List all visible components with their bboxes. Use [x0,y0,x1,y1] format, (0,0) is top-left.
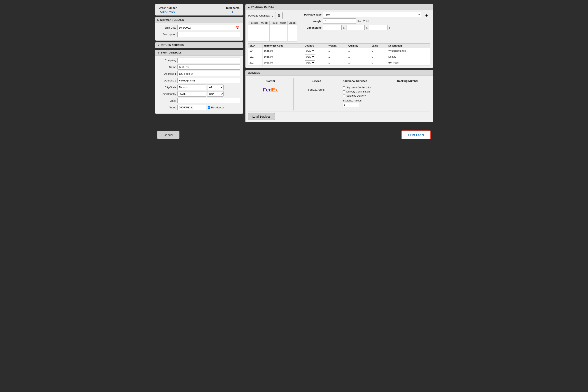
country-select[interactable]: USA CAN MEX [207,91,224,96]
dimension-height-input[interactable] [369,25,388,30]
dimension-length-input[interactable] [323,25,342,30]
saturday-delivery-checkbox[interactable] [342,94,345,97]
ship-date-label: Ship Date [158,26,176,29]
table-cell [270,29,279,42]
description-input[interactable] [178,32,240,37]
table-cell [248,29,260,42]
saturday-delivery-label[interactable]: Saturday Delivery [342,94,366,97]
saturday-delivery-text: Saturday Delivery [346,94,366,97]
table-cell [279,25,287,29]
package-dimensions-label: Dimensions [301,26,322,29]
left-panel: Order Number CER47420 Total Items 3 ▶ SH… [155,4,243,114]
zip-input[interactable] [178,91,206,96]
cancel-button[interactable]: Cancel [157,131,180,139]
package-details-header[interactable]: ▲ PACKAGE DETAILS [246,4,433,10]
return-address-chevron-icon: ▼ [158,44,160,46]
table-cell [287,29,297,42]
table-row [248,25,297,29]
sku-cell-extra [425,48,430,54]
delivery-confirmation-label[interactable]: Delivery Confirmation [342,90,370,93]
dim-x-separator2: x [366,26,368,29]
ship-date-row: Ship Date 10/3/2022 📅 [158,25,240,30]
carrier-header: Carrier [266,80,275,82]
ship-date-input[interactable]: 10/3/2022 📅 [178,25,240,30]
zip-country-inputs: USA CAN MEX [178,91,224,96]
return-address-label: RETURN ADDRESS [161,44,184,46]
signature-confirmation-checkbox[interactable] [342,86,345,89]
country-select[interactable]: USA CAN MEX [304,48,315,53]
zip-country-label: Zip/Country [158,92,176,96]
sku-col-weight: Weight [327,44,347,48]
delete-package-button[interactable]: 🗑 [275,12,282,19]
package-weight-row: Weight lbs ⚖ ☑ [301,18,421,24]
sku-cell-sku: 131 [248,54,263,60]
fedex-purple-text: Fed [263,87,272,93]
ship-to-header[interactable]: ▲ SHIP TO DETAILS [155,50,243,56]
scale-icon: ⚖ [362,20,365,23]
order-number-label: Order Number [159,6,176,10]
service-header: Service [312,80,321,82]
shipment-chevron-icon: ▶ [158,19,159,22]
sku-table-row: 134 5555.00 USA CAN MEX 1 1 0 Whatchamac… [248,48,430,54]
ship-date-value: 10/3/2022 [179,26,191,29]
phone-residential-row: Residential [178,105,224,110]
package-weight-input[interactable] [323,18,356,24]
table-cell [287,25,297,29]
sku-cell-country[interactable]: USA CAN MEX [304,48,327,54]
package-details-box: ▲ PACKAGE DETAILS Package Quantity: 0 🗑 [246,4,433,68]
insurance-row: Insurance Amount [342,99,362,107]
add-package-button[interactable]: + [423,12,430,19]
fedex-logo: FedEx. [263,87,278,93]
load-services-row: Load Services [248,111,430,120]
sku-cell-country[interactable]: USA CAN MEX [304,54,327,60]
print-label-button[interactable]: Print Label [402,130,431,139]
name-input[interactable] [178,64,240,70]
pkg-col-package: Package [248,21,260,25]
address1-input[interactable] [178,71,240,76]
sku-col-extra [425,44,430,48]
sku-cell-country[interactable]: USA CAN MEX [304,60,327,66]
sku-table-area: SKU Harmonize Code Country Weight Quanti… [248,44,430,66]
signature-confirmation-label[interactable]: Signature Confirmation [342,86,372,89]
load-services-button[interactable]: Load Services [248,113,275,120]
weight-icons: ⚖ ☑ [362,20,369,23]
country-select[interactable]: USA CAN MEX [304,60,315,65]
table-cell [270,25,279,29]
delivery-confirmation-checkbox[interactable] [342,90,345,93]
package-type-row: Package Type Box Envelope Tube [301,12,421,17]
sku-cell-value: 0 [370,48,387,54]
company-input[interactable] [178,58,240,63]
sku-cell-harmonize: 5555.00 [262,54,303,60]
insurance-input[interactable] [342,103,359,107]
sku-table-row: 222 5555.00 USA CAN MEX 1 1 0 diet Pepsi [248,60,430,66]
state-select[interactable]: AZ CA TX NY [207,84,224,90]
sku-col-sku: SKU [248,44,263,48]
fedex-service-name: FedExGround [308,88,324,91]
package-type-select[interactable]: Box Envelope Tube [323,12,421,17]
phone-input[interactable] [178,105,206,110]
sku-cell-extra [425,54,430,60]
pkg-col-weight: Weight [260,21,270,25]
email-input[interactable] [178,98,240,103]
residential-label[interactable]: Residential [208,106,224,109]
sku-cell-sku: 222 [248,60,263,66]
additional-services-list: Signature Confirmation Delivery Confirma… [342,86,372,107]
package-details-body: Package Quantity: 0 🗑 Package Weight [246,10,433,68]
package-table-area: Package Weight Height Width Length [248,21,297,42]
country-select[interactable]: USA CAN MEX [304,54,315,59]
fedex-dot: . [278,88,278,91]
checkbox-icon: ☑ [366,20,369,23]
sku-cell-quantity: 1 [347,54,370,60]
city-input[interactable] [178,84,206,90]
description-row: Description [158,32,240,37]
address2-input[interactable] [178,78,240,83]
table-cell [279,29,287,42]
shipment-details-label: SHIPMENT DETAILS [160,18,184,22]
sku-cell-description: diet Pepsi [387,60,425,66]
shipment-details-header[interactable]: ▶ SHIPMENT DETAILS [155,17,243,23]
dimension-width-input[interactable] [346,25,365,30]
carrier-column: Carrier FedEx. [248,78,294,110]
return-address-header[interactable]: ▼ RETURN ADDRESS [155,42,243,48]
zip-country-row: Zip/Country USA CAN MEX [158,91,240,96]
residential-checkbox[interactable] [208,106,210,109]
